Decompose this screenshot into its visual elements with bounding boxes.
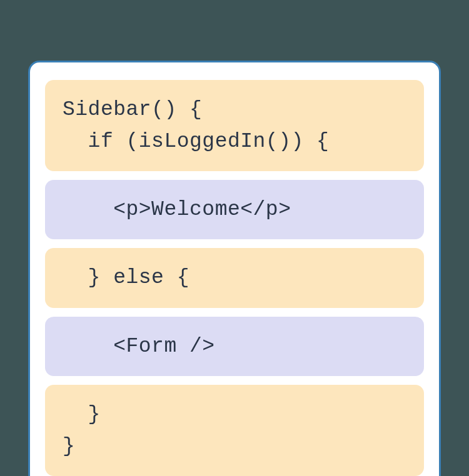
code-block-js: Sidebar() { if (isLoggedIn()) {	[45, 80, 424, 171]
code-block-js: } }	[45, 385, 424, 476]
code-block-js: } else {	[45, 248, 424, 307]
code-block-jsx: <p>Welcome</p>	[45, 180, 424, 239]
code-card: Sidebar() { if (isLoggedIn()) { <p>Welco…	[28, 61, 441, 476]
code-block-jsx: <Form />	[45, 317, 424, 376]
